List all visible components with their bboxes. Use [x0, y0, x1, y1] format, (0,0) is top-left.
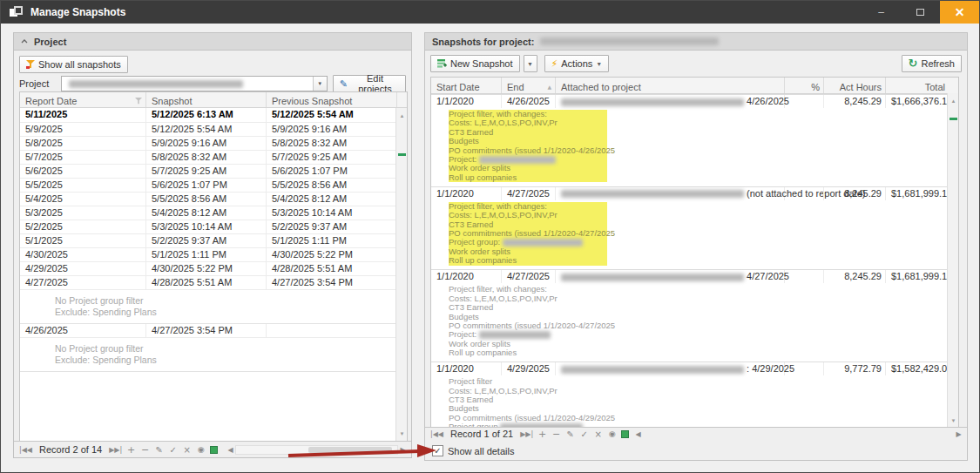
delete-record-button[interactable]: − [140, 444, 150, 456]
refresh-icon: ↻ [909, 59, 918, 68]
maximize-icon [916, 9, 924, 16]
left-vertical-scrollbar[interactable]: ▲ ▼ [395, 108, 407, 441]
percent-cell [785, 270, 824, 283]
snapshot-detail-block: Project filter, with changes:Costs: L,E,… [431, 283, 949, 362]
view-record-button[interactable]: ◉ [196, 445, 206, 454]
project-panel-header[interactable]: Project [14, 33, 411, 51]
table-row[interactable]: 5/4/20255/5/2025 8:56 AM5/4/2025 8:12 AM [20, 193, 407, 206]
table-row[interactable]: 1/1/20204/29/2025 : 4/29/20259,772.79$1,… [431, 362, 949, 375]
scroll-right-icon[interactable]: ▶ [398, 446, 408, 454]
redacted-text [561, 190, 744, 198]
group-note-row: No Project group filterExclude: Spending… [20, 338, 407, 372]
grid-options-button[interactable] [210, 446, 218, 454]
table-row[interactable]: 5/8/20255/9/2025 9:16 AM5/8/2025 8:32 AM [20, 137, 407, 151]
close-button[interactable]: ✕ [940, 1, 979, 24]
table-row[interactable]: 4/27/20254/28/2025 5:51 AM4/27/2025 3:54… [20, 276, 407, 290]
table-row[interactable]: 5/6/20255/7/2025 9:25 AM5/6/2025 1:07 PM [20, 165, 407, 179]
show-all-details-checkbox[interactable]: ✓ [432, 445, 443, 456]
scroll-down-icon[interactable]: ▼ [948, 415, 959, 426]
group-note-line: No Project group filter [55, 295, 407, 307]
table-row[interactable]: 4/29/20254/30/2025 5:22 PM4/28/2025 5:51… [20, 262, 407, 276]
previous-snapshot-cell: 4/28/2025 5:51 AM [267, 262, 397, 275]
column-header-total[interactable]: Total [886, 78, 949, 93]
edit-projects-button[interactable]: ✎ Edit projects [333, 75, 406, 92]
new-snapshot-button[interactable]: New Snapshot [430, 55, 520, 72]
last-record-button[interactable]: ▶▶| [109, 446, 122, 454]
scroll-right-icon[interactable]: ▶ [954, 430, 963, 438]
cancel-edit-button[interactable]: × [182, 445, 192, 455]
delete-record-button[interactable]: − [551, 429, 561, 440]
last-record-button[interactable]: ▶▶| [520, 430, 533, 438]
view-record-button[interactable]: ◉ [607, 429, 617, 438]
table-row[interactable]: 5/5/20255/6/2025 1:07 PM5/5/2025 8:56 AM [20, 179, 407, 193]
group-note-line: No Project group filter [55, 343, 407, 355]
scroll-left-icon[interactable]: ◀ [226, 446, 235, 454]
cancel-edit-button[interactable]: × [593, 429, 603, 439]
column-filter-icon[interactable] [135, 98, 142, 105]
table-row[interactable]: 5/1/20255/2/2025 9:37 AM5/1/2025 1:11 PM [20, 234, 407, 248]
scroll-left-icon[interactable]: ◀ [633, 430, 643, 438]
actions-label: Actions [561, 58, 592, 69]
table-row[interactable]: 4/26/20254/27/2025 3:54 PM [20, 324, 407, 338]
post-edit-button[interactable]: ✓ [168, 445, 178, 455]
left-horizontal-scrollbar[interactable]: ◀ ▶ [226, 444, 408, 456]
column-header-end[interactable]: End▲ [502, 78, 556, 93]
snapshot-detail-block: Project filter, with changes:Costs: L,E,… [431, 108, 949, 186]
add-record-button[interactable]: + [537, 429, 547, 440]
table-row[interactable]: 5/7/20255/8/2025 8:32 AM5/7/2025 9:25 AM [20, 151, 407, 165]
column-header-attached[interactable]: Attached to project [556, 78, 785, 93]
report-date-cell: 5/2/2025 [20, 220, 146, 233]
table-row[interactable]: 4/30/20255/1/2025 1:11 PM4/30/2025 5:22 … [20, 248, 407, 262]
detail-lines: Project filter, with changes:Costs: L,E,… [449, 202, 607, 266]
project-combobox[interactable]: ▼ [61, 76, 328, 91]
group-note-line: Exclude: Spending Plans [55, 307, 407, 318]
scroll-down-icon[interactable]: ▼ [396, 428, 408, 439]
project-panel: Project Show all snapshots Project ▼ ✎ E… [13, 32, 412, 458]
combo-dropdown-icon[interactable]: ▼ [313, 77, 327, 91]
previous-snapshot-cell: 4/30/2025 5:22 PM [267, 248, 397, 261]
scroll-up-icon[interactable]: ▲ [396, 110, 408, 121]
scroll-up-icon[interactable]: ▲ [948, 95, 959, 106]
table-row[interactable]: 5/11/20255/12/2025 6:13 AM5/12/2025 5:54… [20, 108, 407, 123]
show-all-snapshots-button[interactable]: Show all snapshots [19, 56, 128, 73]
report-date-cell: 4/29/2025 [20, 262, 146, 275]
table-row[interactable]: 1/1/20204/27/2025 (not attached to repor… [431, 186, 949, 200]
add-record-button[interactable]: + [126, 444, 136, 456]
redacted-text [561, 98, 744, 106]
window-title: Manage Snapshots [30, 6, 125, 18]
lightning-icon: ⚡ [551, 58, 558, 70]
report-date-cell: 5/11/2025 [20, 108, 146, 122]
column-header-start-date[interactable]: Start Date [431, 78, 502, 93]
left-table-body: 5/11/20255/12/2025 6:13 AM5/12/2025 5:54… [20, 108, 407, 372]
column-header-act-hours[interactable]: Act Hours [824, 78, 886, 93]
table-row[interactable]: 5/3/20255/4/2025 8:12 AM5/3/2025 10:14 A… [20, 206, 407, 220]
column-header-previous-snapshot[interactable]: Previous Snapshot [267, 92, 397, 107]
first-record-button[interactable]: |◀◀ [430, 430, 443, 438]
previous-snapshot-cell: 5/9/2025 9:16 AM [267, 123, 397, 136]
previous-snapshot-cell: 5/3/2025 10:14 AM [267, 206, 397, 220]
column-header-report-date[interactable]: Report Date [20, 92, 146, 107]
edit-record-button[interactable]: ✎ [565, 429, 575, 439]
minimize-button[interactable]: – [862, 1, 901, 24]
edit-record-button[interactable]: ✎ [154, 445, 164, 455]
table-row[interactable]: 5/9/20255/12/2025 5:54 AM5/9/2025 9:16 A… [20, 123, 407, 137]
new-snapshot-dropdown[interactable]: ▼ [524, 55, 537, 72]
post-edit-button[interactable]: ✓ [579, 429, 589, 439]
table-row[interactable]: 5/2/20255/3/2025 10:14 AM5/2/2025 9:37 A… [20, 220, 407, 234]
project-field-label: Project [19, 78, 49, 89]
title-bar: Manage Snapshots – ✕ [1, 1, 979, 24]
grid-options-button[interactable] [621, 430, 629, 438]
right-vertical-scrollbar[interactable]: ▲ ▼ [947, 93, 958, 428]
column-header-snapshot[interactable]: Snapshot [146, 92, 267, 107]
table-row[interactable]: 1/1/20204/26/2025 4/26/20258,245.29$1,66… [431, 94, 949, 108]
total-cell: $1,681,999.11 [886, 270, 949, 283]
maximize-button[interactable] [901, 1, 940, 24]
scroll-thumb[interactable] [308, 447, 392, 453]
first-record-button[interactable]: |◀◀ [19, 446, 32, 454]
previous-snapshot-cell [267, 324, 397, 337]
column-header-percent[interactable]: % [785, 78, 824, 93]
refresh-button[interactable]: ↻ Refresh [902, 55, 962, 72]
manage-snapshots-window: Manage Snapshots – ✕ Project Show all sn… [0, 0, 980, 473]
actions-button[interactable]: ⚡ Actions ▼ [544, 55, 610, 72]
table-row[interactable]: 1/1/20204/27/2025 4/27/20258,245.29$1,68… [431, 269, 949, 283]
